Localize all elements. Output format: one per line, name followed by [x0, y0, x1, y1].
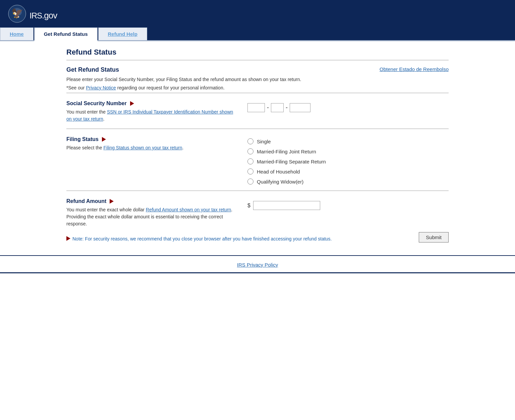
refund-amount-label-col: Refund Amount You must enter the exact w… [66, 198, 247, 227]
radio-head-of-household[interactable]: Head of Household [247, 168, 449, 174]
submit-col: Submit [419, 232, 449, 242]
spanish-link[interactable]: Obtener Estado de Reembolso [380, 66, 449, 72]
site-header: 🦅 IRS.gov [0, 0, 515, 27]
ssn-part3-input[interactable] [290, 103, 310, 112]
section-header-row: Get Refund Status Obtener Estado de Reem… [66, 66, 449, 73]
dollar-sign: $ [247, 203, 250, 209]
radio-married-joint-label: Married-Filing Joint Return [257, 149, 316, 154]
refund-amount-row: Refund Amount You must enter the exact w… [66, 198, 449, 227]
radio-married-separate-label: Married-Filing Separate Return [257, 159, 326, 164]
radio-married-joint[interactable]: Married-Filing Joint Return [247, 148, 449, 154]
page-title: Refund Status [66, 48, 449, 57]
refund-amount-section: Refund Amount You must enter the exact w… [66, 191, 449, 249]
security-note: Note: For security reasons, we recommend… [66, 235, 409, 242]
refund-amount-input-col: $ [247, 198, 449, 210]
ssn-dash-2: - [285, 104, 288, 111]
radio-single-label: Single [257, 139, 271, 144]
refund-amount-input[interactable] [253, 201, 320, 210]
radio-head-of-household-input[interactable] [247, 168, 253, 174]
ssn-input-col: - - [247, 100, 449, 112]
section-title: Get Refund Status [66, 66, 119, 73]
filing-status-radio-group: Single Married-Filing Joint Return Marri… [247, 138, 449, 185]
filing-status-description: Please select the Filing Status shown on… [66, 144, 237, 151]
refund-amount-link[interactable]: Refund Amount shown on your tax return [146, 207, 231, 212]
footer: IRS Privacy Policy [0, 255, 515, 272]
tab-refund-help[interactable]: Refund Help [98, 27, 147, 40]
submit-button[interactable]: Submit [419, 232, 449, 242]
radio-qualifying-widow[interactable]: Qualifying Widow(er) [247, 179, 449, 185]
radio-single-input[interactable] [247, 138, 253, 144]
intro-text-2: *See our Privacy Notice regarding our re… [66, 84, 449, 91]
filing-status-label-col: Filing Status Please select the Filing S… [66, 136, 247, 151]
ssn-description: You must enter the SSN or IRS Individual… [66, 109, 237, 123]
filing-status-link[interactable]: Filing Status shown on your tax return [104, 145, 182, 150]
irs-name: IRS.gov [30, 6, 57, 21]
refund-input-row: $ [247, 201, 449, 210]
bottom-border [0, 272, 515, 273]
radio-married-separate-input[interactable] [247, 158, 253, 164]
filing-status-title: Filing Status [66, 136, 237, 142]
security-note-block: Note: For security reasons, we recommend… [66, 231, 409, 242]
intro-text-1: Please enter your Social Security Number… [66, 76, 449, 83]
note-submit-row: Note: For security reasons, we recommend… [66, 231, 449, 242]
irs-privacy-policy-link[interactable]: IRS Privacy Policy [237, 262, 278, 268]
radio-qualifying-widow-input[interactable] [247, 179, 253, 185]
tab-get-refund-status[interactable]: Get Refund Status [34, 27, 98, 41]
radio-qualifying-widow-label: Qualifying Widow(er) [257, 179, 303, 185]
svg-text:🦅: 🦅 [11, 8, 23, 19]
refund-amount-required-icon [110, 199, 114, 204]
ssn-label-col: Social Security Number You must enter th… [66, 100, 247, 123]
radio-married-joint-input[interactable] [247, 148, 253, 154]
filing-status-input-col: Single Married-Filing Joint Return Marri… [247, 136, 449, 185]
title-divider [66, 60, 449, 60]
radio-single[interactable]: Single [247, 138, 449, 144]
note-triangle-icon [66, 236, 70, 241]
security-note-text: Note: For security reasons, we recommend… [72, 235, 332, 242]
filing-status-section: Filing Status Please select the Filing S… [66, 129, 449, 191]
ssn-part2-input[interactable] [271, 103, 284, 112]
refund-amount-description: You must enter the exact whole dollar Re… [66, 206, 237, 227]
ssn-required-icon [130, 101, 134, 106]
eagle-icon: 🦅 [8, 5, 26, 23]
irs-logo: 🦅 IRS.gov [8, 5, 57, 23]
irs-wordmark: IRS.gov [30, 6, 57, 22]
tab-home[interactable]: Home [0, 27, 34, 40]
radio-married-separate[interactable]: Married-Filing Separate Return [247, 158, 449, 164]
radio-head-of-household-label: Head of Household [257, 169, 300, 174]
ssn-part1-input[interactable] [247, 103, 265, 112]
privacy-notice-link[interactable]: Privacy Notice [86, 85, 116, 90]
refund-amount-title: Refund Amount [66, 198, 237, 204]
ssn-section: Social Security Number You must enter th… [66, 93, 449, 129]
ssn-inputs: - - [247, 103, 449, 112]
filing-status-required-icon [102, 137, 106, 142]
nav-tabs: Home Get Refund Status Refund Help [0, 27, 515, 41]
ssn-dash-1: - [266, 104, 270, 111]
ssn-title: Social Security Number [66, 100, 237, 107]
main-content: Refund Status Get Refund Status Obtener … [56, 41, 459, 255]
